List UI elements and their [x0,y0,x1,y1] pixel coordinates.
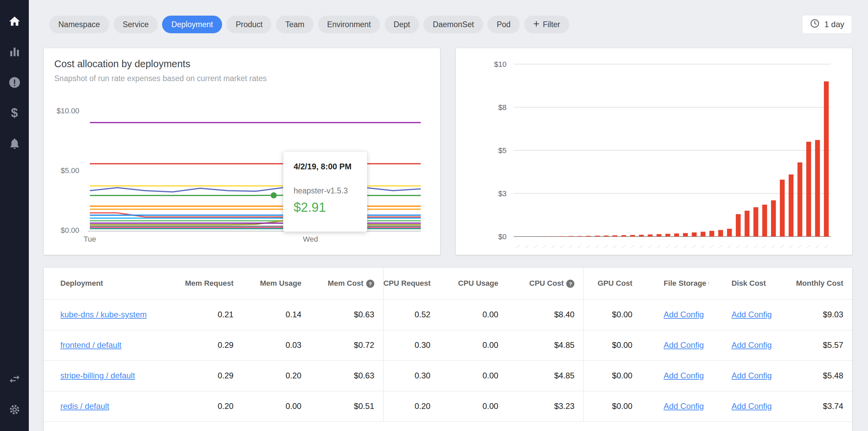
table-cell: 0.00 [439,299,507,330]
cost-bar-chart-card: $10$8$5$3$0……………………………………………………………………………… [456,48,852,255]
nav-notifications[interactable] [0,128,29,159]
add-config-link[interactable]: Add Config [664,310,704,319]
add-config-link[interactable]: Add Config [664,401,704,411]
column-header-label: Mem Cost [328,279,363,287]
nav-switch-context[interactable] [0,364,29,394]
svg-text:…: … [585,242,591,249]
main-content: NamespaceServiceDeploymentProductTeamEnv… [29,0,868,431]
svg-text:…: … [602,242,608,249]
time-range-label: 1 day [824,20,844,29]
svg-text:…: … [628,242,635,249]
filter-chip-service[interactable]: Service [114,16,158,33]
svg-text:$10.00: $10.00 [57,107,79,115]
swap-arrows-icon [8,373,21,386]
svg-text:Tue: Tue [83,235,96,243]
table-cell: $0.63 [310,360,383,391]
deployment-link[interactable]: redis / default [60,401,109,411]
table-cell: 0.52 [383,299,439,330]
svg-text:…: … [734,242,741,249]
filter-chip-deployment[interactable]: Deployment [162,16,222,33]
svg-text:…: … [778,242,785,249]
column-header-file-storage-co: File Storage Co [641,268,709,299]
bar-chart[interactable]: $10$8$5$3$0……………………………………………………………………………… [456,48,852,255]
svg-text:…: … [514,242,520,249]
table-cell: 0.20 [180,391,242,421]
svg-text:$0: $0 [498,232,507,241]
svg-text:…: … [752,242,758,249]
column-header-gpu-cost: GPU Cost [584,268,641,299]
deployment-link[interactable]: frontend / default [60,340,121,350]
time-range-button[interactable]: 1 day [802,15,852,34]
filter-bar: NamespaceServiceDeploymentProductTeamEnv… [44,15,852,34]
table-cell: 0.30 [383,330,439,360]
svg-text:…: … [611,242,617,249]
table-cell: $0.51 [310,391,383,421]
column-header-mem-usage: Mem Usage [242,268,310,299]
column-header-deployment: Deployment [44,268,180,299]
filter-chip-environment[interactable]: Environment [318,16,380,33]
column-header-cpu-request: CPU Request [383,268,439,299]
help-icon[interactable]: ? [566,280,574,288]
nav-settings[interactable] [0,394,29,425]
svg-text:$0.00: $0.00 [61,226,79,235]
table-cell: $0.63 [310,299,383,330]
deployment-link[interactable]: kube-dns / kube-system [60,310,147,319]
table-cell: 0.00 [242,391,310,421]
column-header-label: Mem Request [185,279,234,287]
svg-text:…: … [619,242,626,249]
svg-text:$3: $3 [498,189,507,198]
svg-text:…: … [540,242,547,249]
filter-chip-pod[interactable]: Pod [488,16,520,33]
add-config-link[interactable]: Add Config [731,371,772,380]
table-cell: $5.57 [774,330,852,360]
svg-text:…: … [761,242,767,249]
svg-text:…: … [681,242,688,249]
svg-text:$5: $5 [498,146,507,155]
table-row: redis / default0.200.00$0.510.200.00$3.2… [44,391,852,421]
deployments-cost-table: DeploymentMem RequestMem UsageMem Cost?C… [44,268,852,422]
svg-text:$10: $10 [494,60,507,69]
add-config-link[interactable]: Add Config [731,401,772,411]
svg-text:…: … [805,242,811,249]
column-header-label: CPU Usage [458,279,498,287]
svg-text:…: … [646,242,652,249]
svg-text:…: … [796,242,802,249]
table-cell: $0.00 [584,360,641,391]
add-config-link[interactable]: Add Config [731,340,772,350]
help-icon[interactable]: ? [366,280,374,288]
deployment-link[interactable]: stripe-billing / default [60,371,135,380]
add-config-link[interactable]: Add Config [731,310,772,319]
nav-reports[interactable] [0,37,29,67]
add-config-link[interactable]: Add Config [664,371,704,380]
table-cell: 0.14 [242,299,310,330]
svg-text:…: … [655,242,661,249]
bar-chart-icon [8,45,21,58]
filter-chip-daemonset[interactable]: DaemonSet [423,16,483,33]
filter-chip-product[interactable]: Product [226,16,272,33]
column-header-cpu-usage: CPU Usage [439,268,507,299]
add-filter-button[interactable]: +Filter [524,16,569,33]
nav-home[interactable] [0,6,29,37]
nav-alerts[interactable] [0,67,29,98]
column-header-label: Disk Cost [731,279,766,287]
table-cell: $0.00 [584,391,641,421]
svg-text:…: … [549,242,556,249]
table-row: kube-dns / kube-system0.210.14$0.630.520… [44,299,852,330]
svg-text:…: … [716,242,723,249]
column-header-label: GPU Cost [597,279,632,287]
table-header-row: DeploymentMem RequestMem UsageMem Cost?C… [44,268,852,299]
add-config-link[interactable]: Add Config [664,340,704,350]
table-cell: $0.72 [310,330,383,360]
svg-text:…: … [769,242,776,249]
deployments-table-card: DeploymentMem RequestMem UsageMem Cost?C… [44,268,852,431]
column-header-cpu-cost: CPU Cost? [507,268,584,299]
filter-chip-dept[interactable]: Dept [384,16,419,33]
table-cell: $0.00 [584,330,641,360]
sidebar-bottom-nav [0,364,29,425]
svg-text:…: … [708,242,714,249]
home-icon [8,15,21,28]
nav-savings[interactable]: $ [0,98,29,128]
table-cell: 0.20 [242,360,310,391]
filter-chip-namespace[interactable]: Namespace [49,16,109,33]
filter-chip-team[interactable]: Team [276,16,313,33]
